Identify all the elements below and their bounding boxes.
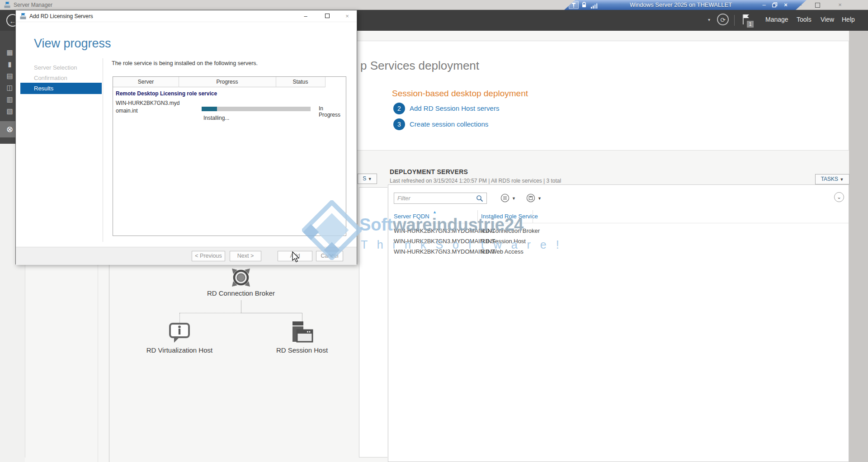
header-separator: [734, 15, 735, 26]
add-rd-session-host-link[interactable]: Add RD Session Host servers: [410, 104, 499, 112]
install-row-server: WIN-HURK2BK7GN3.mydomain.int: [116, 99, 180, 115]
tasks-button-fragment[interactable]: S ▼: [358, 174, 377, 184]
rds-overview-heading-fragment: p Services deployment: [360, 59, 479, 73]
caret-down-icon: ▼: [840, 177, 844, 182]
add-rd-licensing-servers-dialog: Add RD Licensing Servers – × View progre…: [15, 10, 357, 264]
tasks-button[interactable]: TASKS ▼: [815, 174, 849, 184]
signal-strength-icon: [590, 2, 598, 10]
column-header-progress: Progress: [179, 77, 276, 87]
menu-manage[interactable]: Manage: [765, 16, 788, 23]
table-row-role[interactable]: RD Web Access: [481, 248, 524, 255]
connector-line: [241, 313, 302, 313]
rdp-restore-button[interactable]: [770, 0, 779, 9]
rd-session-host-label: RD Session Host: [257, 346, 347, 354]
dialog-titlebar[interactable]: Add RD Licensing Servers – ×: [16, 10, 357, 22]
chevron-down-icon[interactable]: ▾: [708, 17, 710, 22]
column-divider: [325, 77, 326, 87]
covered-panel-fragment: [359, 187, 387, 457]
column-divider: [179, 77, 179, 87]
server-manager-icon: [4, 1, 11, 10]
dialog-close-button[interactable]: ×: [340, 11, 354, 21]
filter-input[interactable]: [394, 193, 487, 204]
outer-window-title: Server Manager: [14, 2, 52, 8]
rdp-connection-bar: Windows Server 2025 on THEWALLET – ×: [564, 0, 807, 10]
connector-line: [241, 300, 241, 313]
tile-edge-line: [109, 264, 109, 462]
role-service-group-label: Remote Desktop Licensing role service: [116, 90, 217, 97]
progress-fill: [202, 107, 217, 111]
previous-button[interactable]: < Previous: [192, 251, 225, 261]
server-manager-icon: [19, 13, 27, 22]
rd-virtualization-host-icon[interactable]: [169, 322, 190, 345]
save-view-button[interactable]: [526, 193, 535, 204]
table-row-fqdn[interactable]: WIN-HURK2BK7GN3.MYDOMAIN.INT: [394, 227, 495, 234]
dialog-title: Add RD Licensing Servers: [29, 13, 93, 19]
menu-view[interactable]: View: [821, 16, 834, 23]
rdp-session-title: Windows Server 2025 on THEWALLET: [607, 1, 755, 8]
deployment-servers-panel: ▼ ▼ ⌄ Server FQDN ▲ Installed Role Servi…: [388, 184, 849, 462]
wizard-footer: < Previous Next > Add Cancel: [16, 247, 357, 265]
rd-virtualization-host-label: RD Virtualization Host: [134, 346, 225, 354]
screen: Server Manager – × Windows Server 2025 o…: [0, 0, 868, 462]
dialog-minimize-button[interactable]: –: [299, 11, 312, 21]
cancel-button[interactable]: Cancel: [316, 251, 343, 261]
rd-connection-broker-label: RD Connection Broker: [196, 289, 286, 297]
progress-label: Installing...: [203, 115, 229, 121]
column-divider: [276, 77, 276, 87]
rdp-close-button[interactable]: ×: [781, 0, 790, 9]
connector-line: [179, 313, 180, 323]
connector-line: [179, 313, 241, 313]
step-2-badge: 2: [393, 103, 405, 114]
deployment-type-heading: Session-based desktop deployment: [392, 89, 528, 99]
list-view-button[interactable]: [500, 193, 509, 204]
search-icon[interactable]: [476, 195, 483, 204]
rd-connection-broker-icon[interactable]: [230, 267, 252, 290]
menu-help[interactable]: Help: [842, 16, 855, 23]
wizard-nav-results[interactable]: Results: [20, 83, 102, 94]
column-header-installed-role-service[interactable]: Installed Role Service: [481, 213, 538, 220]
deployment-servers-refresh-line: Last refreshed on 3/15/2024 1:20:57 PM |…: [390, 178, 561, 184]
wizard-nav-server-selection: Server Selection: [34, 64, 77, 71]
column-header-status: Status: [276, 77, 325, 87]
maximize-icon: [325, 14, 330, 18]
deployment-servers-title: DEPLOYMENT SERVERS: [390, 168, 468, 175]
dialog-maximize-button[interactable]: [321, 11, 334, 21]
wizard-nav-confirmation: Confirmation: [34, 75, 67, 81]
window-right-gutter: [849, 31, 868, 462]
wizard-divider: [103, 58, 103, 242]
header-bottom-divider: [388, 223, 849, 223]
wizard-description: The role service is being installed on t…: [112, 60, 258, 66]
sort-ascending-icon: ▲: [433, 210, 437, 214]
header-column-divider: [477, 210, 478, 223]
refresh-button[interactable]: ⟳: [717, 14, 729, 25]
rd-session-host-icon[interactable]: [290, 321, 314, 346]
lock-icon: [581, 2, 587, 10]
caret-down-icon[interactable]: ▼: [512, 196, 516, 201]
install-progress-table: Server Progress Status Remote Desktop Li…: [113, 76, 346, 236]
menu-tools[interactable]: Tools: [797, 16, 811, 23]
outer-close-button[interactable]: ×: [835, 0, 845, 9]
column-header-server: Server: [113, 77, 179, 87]
table-row-role[interactable]: RD Session Host: [481, 238, 526, 245]
notification-count-badge: 1: [747, 21, 754, 28]
collapse-chevron-button[interactable]: ⌄: [834, 192, 844, 202]
add-button[interactable]: Add: [278, 251, 312, 261]
caret-down-icon[interactable]: ▼: [538, 196, 542, 201]
next-button[interactable]: Next >: [230, 251, 261, 261]
table-row-fqdn[interactable]: WIN-HURK2BK7GN3.MYDOMAIN.INT: [394, 238, 495, 245]
wizard-heading: View progress: [34, 37, 111, 51]
tile-edge-line: [98, 264, 98, 462]
create-session-collections-link[interactable]: Create session collections: [410, 120, 488, 128]
header-column-divider: [533, 210, 533, 223]
table-row-role[interactable]: RD Connection Broker: [481, 227, 540, 234]
progress-bar: [202, 107, 311, 111]
step-3-badge: 3: [393, 118, 405, 130]
table-row-fqdn[interactable]: WIN-HURK2BK7GN3.MYDOMAIN.INT: [394, 248, 495, 255]
outer-maximize-button[interactable]: [815, 3, 820, 8]
install-row-status: In Progress: [319, 105, 346, 118]
column-header-server-fqdn[interactable]: Server FQDN: [394, 213, 429, 220]
caret-down-icon: ▼: [368, 177, 372, 181]
rdp-minimize-button[interactable]: –: [760, 0, 769, 9]
